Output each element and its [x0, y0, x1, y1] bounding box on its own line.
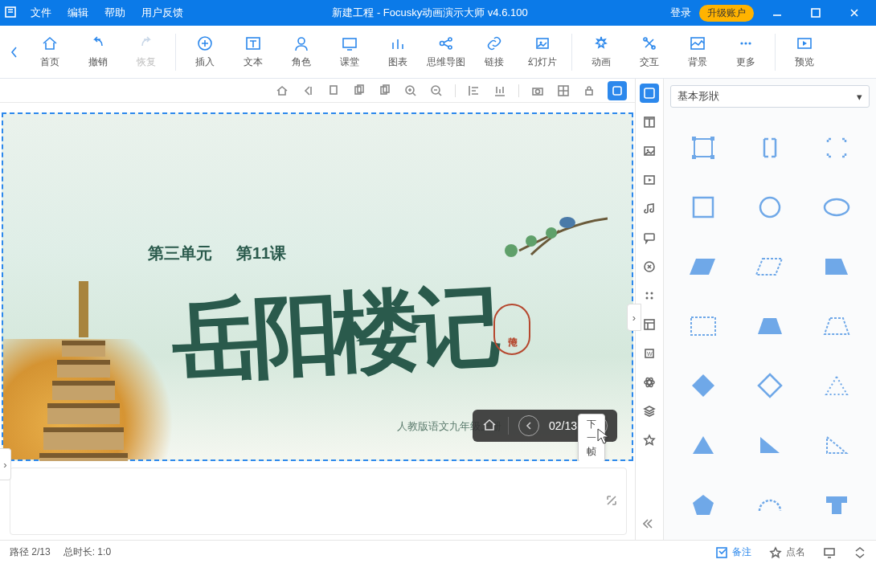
login-link[interactable]: 登录 — [670, 6, 691, 20]
svg-point-41 — [646, 292, 649, 295]
mini-shape-icon[interactable] — [608, 81, 627, 100]
shape-diamond-fill[interactable] — [673, 368, 734, 403]
rail-template-icon[interactable] — [640, 315, 659, 334]
more-button[interactable]: 更多 — [722, 28, 770, 76]
shape-righttri-fill[interactable] — [740, 427, 800, 463]
menu-edit[interactable]: 编辑 — [61, 2, 95, 23]
interact-button[interactable]: 交互 — [625, 28, 673, 76]
svg-point-43 — [646, 297, 649, 300]
mini-home-icon[interactable] — [275, 84, 289, 98]
shape-tee-fill[interactable] — [806, 487, 866, 522]
menu-feedback[interactable]: 用户反馈 — [135, 2, 190, 23]
svg-rect-45 — [645, 320, 654, 329]
shape-category-select[interactable]: 基本形狀 ▾ — [670, 85, 870, 108]
mini-alignl-icon[interactable] — [467, 84, 481, 98]
shape-trapezoid-fill[interactable] — [740, 308, 800, 344]
rail-widget-icon[interactable]: W — [640, 344, 659, 363]
status-expand-button[interactable] — [853, 546, 866, 559]
rail-audio-icon[interactable] — [640, 199, 659, 218]
close-button[interactable] — [839, 0, 870, 26]
rail-atom-icon[interactable] — [640, 373, 659, 392]
mini-dup2-icon[interactable] — [352, 84, 366, 98]
svg-point-57 — [760, 198, 780, 217]
mini-grid-icon[interactable] — [556, 84, 571, 98]
svg-point-26 — [536, 89, 540, 93]
shape-square[interactable] — [673, 190, 734, 225]
rail-text-icon[interactable] — [640, 112, 659, 132]
nav-home-icon[interactable] — [482, 418, 498, 434]
mini-zoomout-icon[interactable] — [429, 84, 444, 98]
home-button[interactable]: 首页 — [26, 28, 74, 76]
chevron-down-icon: ▾ — [857, 91, 862, 103]
shape-parallelogram-dash[interactable] — [740, 249, 800, 284]
preview-button[interactable]: 预览 — [780, 28, 829, 76]
shape-righttri-dash[interactable] — [806, 427, 866, 463]
mindmap-button[interactable]: 思维导图 — [422, 28, 470, 76]
shape-dashcorners[interactable] — [806, 130, 866, 165]
collapse-rail-button[interactable]: › — [627, 304, 641, 331]
mini-back-icon[interactable] — [301, 84, 315, 98]
svg-rect-13 — [691, 38, 704, 49]
menu-file[interactable]: 文件 — [24, 2, 58, 23]
mini-dup1-icon[interactable] — [326, 84, 341, 98]
status-notes-button[interactable]: 备注 — [715, 545, 751, 559]
rail-compass-icon[interactable] — [640, 257, 659, 276]
rail-components-icon[interactable] — [640, 286, 659, 305]
upgrade-button[interactable]: 升级账户 — [699, 5, 754, 22]
rail-layers-icon[interactable] — [640, 402, 659, 421]
insert-button[interactable]: 插入 — [181, 28, 229, 76]
mini-dup3-icon[interactable] — [378, 84, 392, 98]
shape-brackets[interactable] — [740, 130, 800, 165]
rail-image-icon[interactable] — [640, 141, 659, 161]
mini-camera-icon[interactable] — [530, 84, 545, 98]
shape-ellipse[interactable] — [806, 190, 866, 225]
shape-trapezoidr-fill[interactable] — [806, 249, 866, 284]
rail-video-icon[interactable] — [640, 170, 659, 190]
main-menu: 文件 编辑 帮助 用户反馈 — [21, 2, 190, 23]
redo-button[interactable]: 恢复 — [122, 28, 170, 76]
shape-triangle-dot[interactable] — [806, 368, 866, 403]
nav-next-frame-button[interactable]: 下一帧 — [587, 415, 608, 436]
mini-lock-icon[interactable] — [582, 84, 596, 98]
expand-icon[interactable] — [605, 494, 618, 510]
nav-prev-frame-button[interactable] — [518, 415, 539, 436]
shape-circle[interactable] — [740, 190, 800, 225]
shape-rect-handles[interactable] — [673, 130, 734, 165]
canvas[interactable]: 第三单元第11课 岳阳楼记 范仲淹 人教版语文九年级上册 02/13 下一帧 — [2, 112, 633, 461]
status-names-button[interactable]: 点名 — [769, 545, 805, 559]
nav-prev-button[interactable] — [3, 28, 26, 76]
class-button[interactable]: 课堂 — [325, 28, 374, 76]
shape-diamond-outline[interactable] — [740, 368, 800, 403]
slide-button[interactable]: 幻灯片 — [518, 28, 567, 76]
shape-trapezoid-dash[interactable] — [806, 308, 866, 344]
shape-arc-dash[interactable] — [740, 487, 800, 522]
text-button[interactable]: 文本 — [229, 28, 277, 76]
svg-rect-34 — [645, 88, 654, 98]
shape-parallelogram-fill[interactable] — [673, 249, 734, 284]
undo-button[interactable]: 撤销 — [74, 28, 122, 76]
bg-button[interactable]: 背景 — [673, 28, 722, 76]
minimize-button[interactable] — [762, 0, 792, 26]
rail-shapes-icon[interactable] — [640, 84, 659, 103]
rail-collapse-icon[interactable] — [640, 514, 659, 533]
status-screen-button[interactable] — [823, 546, 836, 559]
menu-help[interactable]: 帮助 — [98, 2, 132, 23]
shape-pentagon-fill[interactable] — [673, 487, 734, 522]
shape-triangle-fill[interactable] — [673, 427, 734, 463]
bg-icon — [689, 35, 706, 52]
rail-comment-icon[interactable] — [640, 228, 659, 247]
mini-alignb-icon[interactable] — [493, 84, 507, 98]
svg-text:W: W — [647, 351, 653, 357]
shape-rect-dash[interactable] — [673, 308, 734, 344]
expand-left-panel-button[interactable]: › — [0, 448, 11, 480]
timeline-strip[interactable] — [10, 468, 627, 535]
slide-icon — [534, 35, 551, 52]
role-button[interactable]: 角色 — [277, 28, 325, 76]
link-button[interactable]: 链接 — [470, 28, 518, 76]
svg-rect-5 — [343, 39, 356, 47]
rail-star-icon[interactable] — [640, 431, 659, 450]
chart-button[interactable]: 图表 — [374, 28, 422, 76]
maximize-button[interactable] — [800, 0, 831, 26]
mini-zoomin-icon[interactable] — [403, 84, 418, 98]
anim-button[interactable]: 动画 — [577, 28, 625, 76]
